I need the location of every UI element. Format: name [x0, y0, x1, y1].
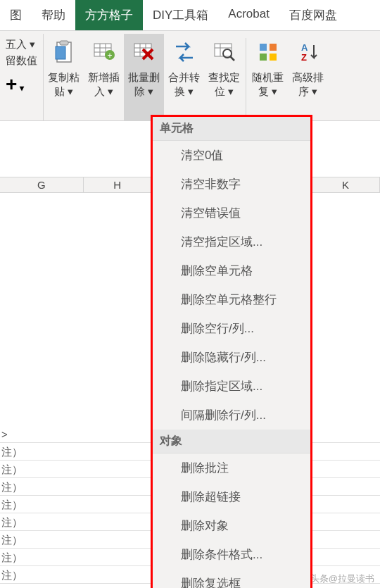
interval-delete[interactable]: 间隔删除行/列... — [153, 401, 310, 430]
convert-icon — [170, 38, 198, 66]
insert-table-icon: + — [90, 38, 118, 66]
dropdown-section-object: 对象 — [153, 430, 310, 453]
random-repeat-button[interactable]: 随机重复 ▾ — [248, 34, 288, 120]
tab-diy[interactable]: DIY工具箱 — [143, 0, 218, 30]
col-header-h[interactable]: H — [84, 177, 152, 192]
delete-table-icon — [130, 38, 158, 66]
plus-icon[interactable]: + ▾ — [6, 73, 37, 96]
tab-baidu[interactable]: 百度网盘 — [279, 0, 347, 30]
copy-paste-button[interactable]: 复制粘贴 ▾ — [44, 34, 84, 120]
svg-text:+: + — [107, 51, 112, 61]
svg-rect-23 — [270, 44, 277, 51]
merge-convert-button[interactable]: 合并转换 ▾ — [164, 34, 204, 120]
random-icon — [254, 38, 282, 66]
delete-hyperlinks[interactable]: 删除超链接 — [153, 482, 310, 511]
find-locate-button[interactable]: 查找定位 ▾ — [204, 34, 244, 120]
ribbon-main-group: 复制粘贴 ▾ + 新增插入 ▾ 批量删除 ▾ 合并转换 ▾ 查找定位 ▾ — [44, 34, 328, 120]
ribbon: 五入 ▾ 留数值 + ▾ 复制粘贴 ▾ + 新增插入 ▾ 批量删除 ▾ — [0, 31, 380, 121]
round-option[interactable]: 五入 ▾ — [6, 37, 37, 53]
clear-range[interactable]: 清空指定区域... — [153, 227, 310, 256]
sort-icon: AZ — [294, 38, 322, 66]
col-header-k[interactable]: K — [312, 177, 380, 192]
delete-range[interactable]: 删除指定区域... — [153, 372, 310, 401]
svg-rect-1 — [60, 41, 68, 45]
delete-hidden-rows-cols[interactable]: 删除隐藏行/列... — [153, 343, 310, 372]
svg-text:Z: Z — [301, 52, 307, 63]
keep-value-option[interactable]: 留数值 — [6, 53, 37, 69]
delete-conditional-format[interactable]: 删除条件格式... — [153, 540, 310, 569]
delete-empty-cells[interactable]: 删除空单元格 — [153, 256, 310, 285]
clear-zero-values[interactable]: 清空0值 — [153, 141, 310, 170]
svg-rect-25 — [270, 54, 277, 61]
svg-line-21 — [230, 56, 234, 61]
tab-fanggezi[interactable]: 方方格子 — [75, 0, 143, 30]
watermark: 头条@拉曼读书 — [310, 573, 374, 585]
col-header-g[interactable]: G — [0, 177, 84, 192]
tab-help[interactable]: 帮助 — [32, 0, 75, 30]
delete-empty-rows-cols[interactable]: 删除空行/列... — [153, 314, 310, 343]
clipboard-icon — [50, 38, 78, 66]
advanced-sort-button[interactable]: AZ 高级排序 ▾ — [288, 34, 328, 120]
dropdown-section-cell: 单元格 — [153, 117, 310, 141]
svg-rect-22 — [260, 44, 267, 51]
batch-delete-button[interactable]: 批量删除 ▾ — [124, 34, 164, 120]
search-table-icon — [210, 38, 239, 66]
delete-checkbox[interactable]: 删除复选框 — [153, 569, 310, 588]
ribbon-left-group: 五入 ▾ 留数值 + ▾ — [0, 34, 44, 120]
svg-text:A: A — [301, 42, 308, 53]
insert-button[interactable]: + 新增插入 ▾ — [84, 34, 124, 120]
svg-rect-24 — [260, 54, 267, 61]
batch-delete-dropdown: 单元格 清空0值 清空非数字 清空错误值 清空指定区域... 删除空单元格 删除… — [151, 115, 312, 588]
svg-rect-2 — [56, 46, 65, 59]
tab-view[interactable]: 图 — [0, 0, 32, 30]
delete-comments[interactable]: 删除批注 — [153, 453, 310, 482]
clear-non-numeric[interactable]: 清空非数字 — [153, 170, 310, 199]
clear-error-values[interactable]: 清空错误值 — [153, 199, 310, 227]
delete-objects[interactable]: 删除对象 — [153, 511, 310, 540]
delete-empty-cell-rows[interactable]: 删除空单元格整行 — [153, 285, 310, 314]
ribbon-tabs: 图 帮助 方方格子 DIY工具箱 Acrobat 百度网盘 — [0, 0, 380, 31]
tab-acrobat[interactable]: Acrobat — [218, 0, 279, 30]
